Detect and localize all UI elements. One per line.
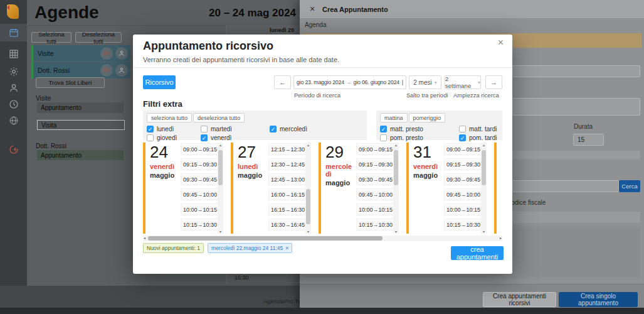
- checkbox-box[interactable]: [147, 126, 154, 133]
- time-slot[interactable]: 09:30→09:45: [181, 173, 219, 185]
- calendar-icon[interactable]: [0, 24, 27, 41]
- seleziona-tutto-button[interactable]: seleziona tutto: [147, 113, 192, 122]
- checkbox-matt-presto[interactable]: matt. presto: [380, 125, 459, 133]
- scrollbar-thumb[interactable]: [306, 189, 310, 224]
- time-slot[interactable]: 12:30→12:45: [268, 158, 307, 170]
- clock-icon[interactable]: [0, 95, 27, 113]
- time-slot[interactable]: 12:15→12:30: [268, 143, 307, 155]
- create-appointments-button[interactable]: crea appuntamenti: [451, 246, 504, 260]
- create-single-appointment-button[interactable]: Crea singolo appuntamento: [559, 292, 638, 307]
- grid-icon[interactable]: [0, 45, 27, 63]
- checkbox-box[interactable]: [380, 126, 387, 133]
- scroll-up-icon[interactable]: ▴: [393, 143, 399, 147]
- agenda-row-visite[interactable]: Visite: [31, 45, 130, 62]
- ampiezza-select[interactable]: 2 settimane ▾: [445, 75, 481, 89]
- durata-input[interactable]: [573, 134, 604, 146]
- previous-period-button[interactable]: ←: [274, 75, 291, 89]
- scroll-down-icon[interactable]: ▾: [218, 229, 223, 234]
- time-slot[interactable]: 10:15→10:30: [444, 219, 483, 230]
- checkbox-pom-tardi[interactable]: pom. tardi: [459, 134, 495, 142]
- scroll-down-icon[interactable]: ▾: [305, 229, 311, 234]
- header-date-range[interactable]: 20 – 24 mag 2024: [209, 7, 296, 19]
- person-remove-icon[interactable]: [100, 47, 113, 60]
- time-slot[interactable]: 16:30→16:45: [268, 219, 307, 230]
- close-icon[interactable]: ×: [310, 4, 315, 14]
- checkbox-venerd[interactable]: venerdì: [201, 134, 270, 142]
- checkbox-box[interactable]: [201, 134, 208, 141]
- scroll-right-icon[interactable]: ▸: [500, 236, 502, 241]
- agenda-row-rossi[interactable]: Dott. Rossi: [31, 62, 130, 78]
- scrollbar-thumb[interactable]: [482, 150, 486, 185]
- checkbox-box[interactable]: [459, 126, 466, 133]
- checkbox-box[interactable]: [201, 126, 208, 133]
- close-icon[interactable]: ×: [498, 37, 504, 48]
- scroll-left-icon[interactable]: ◂: [144, 236, 145, 241]
- scroll-down-icon[interactable]: ▾: [481, 229, 487, 234]
- scroll-up-icon[interactable]: ▴: [218, 143, 223, 147]
- scroll-up-icon[interactable]: ▴: [305, 143, 311, 147]
- vertical-scrollbar[interactable]: ▴▾: [481, 143, 487, 234]
- checkbox-mercoled[interactable]: mercoledì: [270, 125, 350, 133]
- scrollbar-thumb[interactable]: [394, 150, 398, 185]
- time-slot[interactable]: 09:45→10:00: [444, 188, 483, 200]
- visita-search-input[interactable]: [37, 120, 125, 130]
- period-range-input[interactable]: gio 23. maggio 2024 → gio 06. giugno 202…: [293, 75, 406, 89]
- time-slot[interactable]: 09:30→09:45: [356, 173, 395, 185]
- badge-dismiss-icon[interactable]: ×: [285, 245, 288, 251]
- checkbox-box[interactable]: [147, 134, 154, 141]
- scrollbar-thumb[interactable]: [218, 150, 223, 185]
- checkbox-box[interactable]: [459, 134, 466, 141]
- gear-icon[interactable]: [0, 63, 27, 80]
- checkbox-marted[interactable]: martedì: [201, 125, 270, 133]
- logout-icon[interactable]: [0, 141, 27, 158]
- time-slot[interactable]: 16:00→16:15: [268, 188, 307, 200]
- selected-appointment-badge[interactable]: mercoledì 22.maggio 24 11:45 ×: [208, 243, 292, 253]
- checkbox-box[interactable]: [270, 126, 277, 133]
- time-slot[interactable]: 09:30→09:45: [444, 173, 483, 185]
- time-slot[interactable]: 09:00→09:15: [181, 143, 219, 155]
- create-recursive-appointments-button[interactable]: Crea appuntamenti ricorsivi: [483, 292, 556, 307]
- scroll-up-icon[interactable]: ▴: [481, 143, 487, 147]
- person-icon[interactable]: [115, 64, 128, 77]
- time-slot[interactable]: 09:00→09:15: [444, 143, 483, 155]
- pomeriggio-button[interactable]: pomeriggio: [409, 113, 446, 122]
- checkbox-box[interactable]: [380, 134, 387, 141]
- vertical-scrollbar[interactable]: ▴▾: [305, 143, 311, 234]
- person-icon[interactable]: [115, 47, 128, 60]
- rossi-type-select[interactable]: Appuntamento: [37, 150, 124, 160]
- globe-icon[interactable]: [0, 112, 27, 129]
- time-slot[interactable]: 10:15→10:30: [181, 219, 219, 230]
- scroll-down-icon[interactable]: ▾: [393, 229, 399, 234]
- time-slot[interactable]: 09:45→10:00: [356, 188, 395, 200]
- time-slot[interactable]: 10:00→10:15: [356, 203, 395, 215]
- scrollbar-thumb[interactable]: [148, 236, 383, 241]
- visite-type-select[interactable]: Appuntamento: [37, 102, 124, 113]
- find-free-slots-button[interactable]: Trova Slot Liberi: [36, 77, 105, 88]
- checkbox-matt-tardi[interactable]: matt. tardi: [459, 125, 495, 133]
- horizontal-scrollbar[interactable]: ◂ ▸: [143, 236, 502, 241]
- time-slot[interactable]: 09:15→09:30: [444, 158, 483, 170]
- time-slot[interactable]: 09:00→09:15: [356, 143, 395, 155]
- vertical-scrollbar[interactable]: ▴▾: [218, 143, 223, 234]
- checkbox-pom-presto[interactable]: pom. presto: [380, 134, 459, 142]
- checkbox-luned[interactable]: lunedì: [147, 125, 201, 133]
- next-period-button[interactable]: →: [485, 75, 502, 89]
- mattina-button[interactable]: mattina: [380, 113, 408, 122]
- deselect-all-button[interactable]: Deseleziona tutti: [75, 32, 122, 43]
- time-slot[interactable]: 10:00→10:15: [444, 203, 483, 215]
- time-slot[interactable]: 09:45→10:00: [181, 188, 219, 200]
- checkbox-gioved[interactable]: giovedì: [147, 134, 201, 142]
- time-slot[interactable]: 10:15→10:30: [356, 219, 395, 230]
- deseleziona-tutto-button[interactable]: deseleziona tutto: [193, 113, 245, 122]
- time-slot[interactable]: 10:00→10:15: [181, 203, 219, 215]
- vertical-scrollbar[interactable]: ▴▾: [393, 143, 399, 234]
- search-button[interactable]: Cerca: [619, 180, 640, 192]
- person-remove-icon[interactable]: [100, 64, 113, 77]
- salto-select[interactable]: 2 mesi ▾: [409, 75, 441, 89]
- time-slot[interactable]: 12:45→13:00: [268, 173, 307, 185]
- recursive-toggle-button[interactable]: Ricorsivo: [143, 75, 176, 89]
- time-slot[interactable]: 09:15→09:30: [356, 158, 395, 170]
- select-all-button[interactable]: Seleziona tutti: [31, 32, 71, 43]
- time-slot[interactable]: 16:15→16:30: [268, 203, 307, 215]
- time-slot[interactable]: 09:15→09:30: [181, 158, 219, 170]
